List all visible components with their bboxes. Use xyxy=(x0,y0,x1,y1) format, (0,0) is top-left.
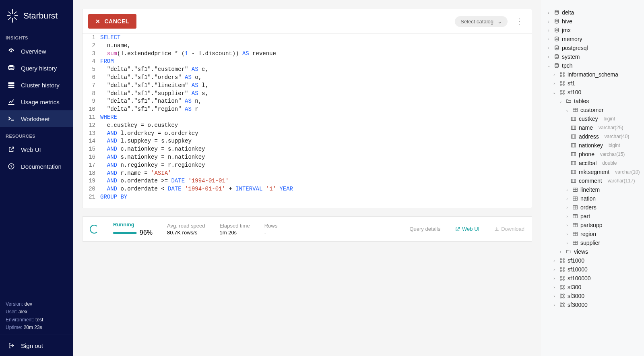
chevron-right-icon: › xyxy=(564,205,570,210)
tree-column-mktsegment[interactable]: mktsegmentvarchar(10) xyxy=(545,168,640,176)
tree-schema-sf10000[interactable]: ›sf10000 xyxy=(545,265,640,274)
nav-cluster-history[interactable]: Cluster history xyxy=(0,77,73,93)
tree-column-nationkey[interactable]: nationkeybigint xyxy=(545,141,640,150)
tree-table-customer[interactable]: ⌄customer xyxy=(545,106,640,114)
sign-out[interactable]: Sign out xyxy=(0,335,73,356)
tree-table-part[interactable]: ›part xyxy=(545,212,640,221)
nav-usage-metrics[interactable]: Usage metrics xyxy=(0,93,73,110)
chevron-down-icon: ⌄ xyxy=(497,19,502,25)
database-icon xyxy=(554,27,559,33)
tree-schema-sf100000[interactable]: ›sf100000 xyxy=(545,274,640,283)
nav-documentation[interactable]: ? Documentation xyxy=(0,158,73,175)
svg-point-22 xyxy=(555,63,559,65)
table-icon xyxy=(572,222,578,228)
more-vertical-icon: ⋮ xyxy=(516,17,523,25)
tree-column-acctbal[interactable]: acctbaldouble xyxy=(545,159,640,168)
nav-worksheet-label: Worksheet xyxy=(21,116,50,122)
tree-table-supplier[interactable]: ›supplier xyxy=(545,238,640,247)
tree-schema-sf100[interactable]: ⌄sf100 xyxy=(545,88,640,97)
table-icon xyxy=(572,213,578,219)
tree-table-partsupp[interactable]: ›partsupp xyxy=(545,221,640,230)
editor-panel: ✕ CANCEL Select catalog ⌄ ⋮ 123456789101… xyxy=(82,9,532,208)
tree-column-custkey[interactable]: custkeybigint xyxy=(545,114,640,123)
tree-schema-sf3000[interactable]: ›sf3000 xyxy=(545,292,640,300)
tree-catalog-delta[interactable]: ›delta xyxy=(545,8,640,17)
schema-icon xyxy=(559,284,565,290)
svg-line-4 xyxy=(8,12,11,14)
table-icon xyxy=(572,205,578,210)
chevron-right-icon: › xyxy=(564,223,570,228)
svg-point-10 xyxy=(8,65,14,67)
tree-table-nation[interactable]: ›nation xyxy=(545,194,640,203)
nav-query-history[interactable]: Query history xyxy=(0,60,73,77)
svg-rect-13 xyxy=(8,87,14,88)
server-icon xyxy=(7,81,15,89)
svg-point-16 xyxy=(555,10,559,12)
tree-catalog-system[interactable]: ›system xyxy=(545,52,640,61)
svg-rect-43 xyxy=(572,179,576,183)
more-menu-button[interactable]: ⋮ xyxy=(512,15,526,27)
status-read-speed: Avg. read speed 80.7K rows/s xyxy=(167,223,205,236)
tree-catalog-jmx[interactable]: ›jmx xyxy=(545,26,640,35)
svg-rect-12 xyxy=(8,85,14,86)
stack-icon xyxy=(7,64,15,72)
tree-table-orders[interactable]: ›orders xyxy=(545,203,640,212)
nav-worksheet[interactable]: Worksheet xyxy=(0,110,73,127)
svg-point-19 xyxy=(555,37,559,38)
tree-column-name[interactable]: namevarchar(25) xyxy=(545,123,640,132)
svg-point-69 xyxy=(560,297,562,298)
tree-catalog-postgresql[interactable]: ›postgresql xyxy=(545,43,640,52)
tree-schema-sf300[interactable]: ›sf300 xyxy=(545,283,640,292)
tree-catalog-tpch[interactable]: ⌄tpch xyxy=(545,61,640,70)
database-icon xyxy=(554,63,559,68)
section-insights: INSIGHTS xyxy=(0,33,73,43)
download-link: Download xyxy=(494,226,524,232)
status-elapsed: Elapsed time 1m 20s xyxy=(219,223,250,236)
svg-point-65 xyxy=(560,288,562,290)
tree-schema-information_schema[interactable]: ›information_schema xyxy=(545,70,640,79)
table-icon xyxy=(572,187,578,192)
schema-icon xyxy=(559,302,565,308)
svg-point-20 xyxy=(555,46,559,47)
tree-schema-sf1[interactable]: ›sf1 xyxy=(545,79,640,88)
chevron-right-icon: › xyxy=(551,81,557,86)
elapsed-value: 1m 20s xyxy=(219,230,250,236)
tree-catalog-memory[interactable]: ›memory xyxy=(545,35,640,43)
status-panel: Running 96% Avg. read speed 80.7K rows/s… xyxy=(82,216,532,242)
web-ui-label: Web UI xyxy=(462,226,479,232)
column-icon xyxy=(571,151,576,157)
tree-folder-tables[interactable]: ⌄tables xyxy=(545,97,640,106)
env-value: test xyxy=(35,317,43,323)
tree-schema-sf1000[interactable]: ›sf1000 xyxy=(545,256,640,265)
svg-point-56 xyxy=(563,267,565,269)
tree-column-phone[interactable]: phonevarchar(15) xyxy=(545,150,640,159)
chevron-right-icon: › xyxy=(546,46,551,50)
tree-catalog-hive[interactable]: ›hive xyxy=(545,17,640,26)
column-icon xyxy=(571,178,576,184)
code-editor[interactable]: 123456789101112131415161718192021 SELECT… xyxy=(83,34,532,208)
tree-table-region[interactable]: ›region xyxy=(545,230,640,238)
svg-point-25 xyxy=(560,75,562,77)
chevron-right-icon: › xyxy=(558,250,564,254)
code-body: SELECT n.name, sum(l.extendedprice * (1 … xyxy=(100,34,532,201)
read-speed-value: 80.7K rows/s xyxy=(167,230,205,236)
svg-point-52 xyxy=(563,259,565,260)
svg-rect-41 xyxy=(572,161,576,165)
tree-table-lineitem[interactable]: ›lineitem xyxy=(545,185,640,194)
nav-web-ui[interactable]: Web UI xyxy=(0,141,73,158)
chevron-right-icon: › xyxy=(564,188,570,192)
schema-icon xyxy=(559,258,565,263)
svg-line-7 xyxy=(8,17,11,20)
help-icon: ? xyxy=(7,162,15,170)
chevron-right-icon: › xyxy=(564,232,570,236)
cancel-button[interactable]: ✕ CANCEL xyxy=(88,14,136,29)
svg-point-17 xyxy=(555,19,559,21)
nav-overview[interactable]: Overview xyxy=(0,43,73,60)
web-ui-link[interactable]: Web UI xyxy=(455,226,479,232)
tree-folder-views[interactable]: ›views xyxy=(545,247,640,256)
tree-schema-sf30000[interactable]: ›sf30000 xyxy=(545,300,640,309)
tree-column-address[interactable]: addressvarchar(40) xyxy=(545,132,640,141)
chevron-right-icon: › xyxy=(564,241,570,245)
catalog-dropdown[interactable]: Select catalog ⌄ xyxy=(455,16,508,27)
tree-column-comment[interactable]: commentvarchar(117) xyxy=(545,176,640,185)
